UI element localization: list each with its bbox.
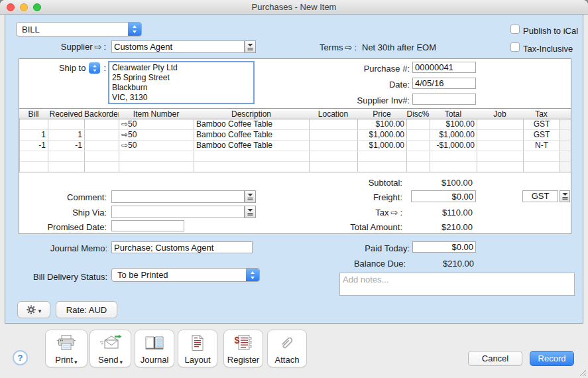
cell-item[interactable]: ⇨50 — [119, 130, 194, 140]
cell-bill[interactable]: 1 — [20, 130, 48, 140]
ship-to-address[interactable]: Clearwater Pty Ltd 25 Spring Street Blac… — [108, 61, 255, 104]
table-row[interactable]: -1-1⇨50Bamboo Coffee Table$1,000.00-$1,0… — [19, 141, 571, 151]
cell-disc[interactable] — [407, 162, 430, 172]
zoom-window-button[interactable] — [33, 3, 41, 11]
cell-job[interactable] — [477, 162, 524, 172]
cell-job[interactable] — [477, 151, 524, 161]
cell-price[interactable]: $100.00 — [358, 119, 407, 129]
publish-ical-checkbox[interactable] — [510, 25, 520, 34]
settings-button[interactable]: ▾ — [17, 301, 50, 318]
help-button[interactable]: ? — [13, 350, 28, 365]
zoom-arrow-icon[interactable]: ⇨ — [345, 43, 352, 52]
tax-inclusive-checkbox[interactable] — [510, 42, 520, 52]
cell-total[interactable] — [430, 162, 477, 172]
comment-list-button[interactable] — [245, 190, 256, 203]
print-button[interactable]: Print▾ — [45, 330, 88, 367]
journal-button[interactable]: Journal — [135, 330, 174, 367]
comment-input[interactable] — [111, 190, 245, 203]
ship-via-input[interactable] — [111, 206, 245, 218]
cell-description[interactable]: Bamboo Coffee Table — [194, 130, 310, 140]
table-row[interactable]: 11⇨50Bamboo Coffee Table$1,000.00$1,000.… — [19, 130, 571, 141]
table-row[interactable] — [19, 151, 571, 162]
journal-memo-input[interactable] — [111, 241, 253, 253]
freight-input[interactable] — [411, 190, 476, 202]
cancel-button[interactable]: Cancel — [468, 351, 522, 366]
cell-received[interactable]: 1 — [48, 130, 85, 140]
cell-disc[interactable] — [407, 141, 430, 151]
cell-price[interactable] — [358, 162, 407, 172]
minimize-button[interactable] — [20, 3, 28, 11]
cell-total[interactable]: $1,000.00 — [430, 130, 477, 140]
transaction-type-popup[interactable]: BILL — [16, 22, 142, 36]
layout-button[interactable]: Layout — [178, 330, 217, 367]
record-button[interactable]: Record — [530, 351, 574, 366]
send-button[interactable]: Send▾ — [89, 330, 131, 367]
zoom-arrow-icon[interactable]: ⇨ — [94, 42, 101, 51]
cell-disc[interactable] — [407, 151, 430, 161]
cell-received[interactable] — [48, 119, 85, 129]
cell-total[interactable]: $100.00 — [430, 119, 477, 129]
attach-button[interactable]: Attach — [267, 330, 307, 367]
cell-description[interactable] — [194, 151, 310, 161]
cell-item[interactable]: ⇨50 — [119, 141, 194, 151]
cell-description[interactable]: Bamboo Coffee Table — [194, 141, 310, 151]
cell-tax[interactable] — [524, 151, 560, 161]
cell-backorder[interactable] — [85, 162, 119, 172]
supplier-list-button[interactable] — [245, 40, 256, 53]
notes-input[interactable] — [339, 273, 575, 296]
paid-today-input[interactable] — [412, 241, 476, 253]
cell-item[interactable] — [119, 162, 194, 172]
close-button[interactable] — [7, 3, 15, 11]
cell-location[interactable] — [310, 130, 358, 140]
freight-tax-code[interactable]: GST — [522, 190, 558, 202]
cell-received[interactable] — [48, 151, 85, 161]
cell-disc[interactable] — [407, 130, 430, 140]
cell-bill[interactable] — [20, 151, 48, 161]
cell-received[interactable] — [48, 162, 85, 172]
tax-code-list-button[interactable] — [559, 190, 570, 202]
supplier-inv-input[interactable] — [412, 94, 476, 105]
cell-location[interactable] — [310, 119, 358, 129]
cell-bill[interactable] — [20, 162, 48, 172]
cell-bill[interactable]: -1 — [20, 141, 48, 151]
cell-price[interactable]: $1,000.00 — [358, 130, 407, 140]
cell-tax[interactable]: GST — [524, 119, 560, 129]
rate-button[interactable]: Rate: AUD — [56, 301, 117, 318]
cell-job[interactable] — [477, 130, 524, 140]
cell-backorder[interactable] — [85, 130, 119, 140]
cell-tax[interactable]: N-T — [524, 141, 560, 151]
table-row[interactable]: ⇨50Bamboo Coffee Table$100.00$100.00GST — [19, 119, 571, 130]
ship-via-list-button[interactable] — [245, 206, 256, 218]
cell-disc[interactable] — [407, 119, 430, 129]
cell-job[interactable] — [477, 119, 524, 129]
date-input[interactable] — [412, 78, 476, 89]
cell-backorder[interactable] — [85, 151, 119, 161]
cell-total[interactable] — [430, 151, 477, 161]
cell-item[interactable] — [119, 151, 194, 161]
cell-job[interactable] — [477, 141, 524, 151]
cell-location[interactable] — [310, 162, 358, 172]
cell-description[interactable] — [194, 162, 310, 172]
cell-location[interactable] — [310, 151, 358, 161]
register-button[interactable]: $ Register — [223, 330, 263, 367]
cell-price[interactable] — [358, 151, 407, 161]
cell-item[interactable]: ⇨50 — [119, 119, 194, 129]
promised-date-input[interactable] — [111, 220, 184, 231]
purchase-number-input[interactable] — [412, 62, 476, 73]
cell-backorder[interactable] — [85, 119, 119, 129]
cell-bill[interactable] — [20, 119, 48, 129]
delivery-status-popup[interactable]: To be Printed — [111, 268, 260, 282]
cell-tax[interactable] — [524, 162, 560, 172]
zoom-arrow-icon[interactable]: ⇨ — [390, 208, 398, 217]
cell-tax[interactable]: GST — [524, 130, 560, 140]
cell-received[interactable]: -1 — [48, 141, 85, 151]
cell-description[interactable]: Bamboo Coffee Table — [194, 119, 310, 129]
table-row[interactable] — [19, 162, 571, 172]
cell-price[interactable]: $1,000.00 — [358, 141, 407, 151]
cell-backorder[interactable] — [85, 141, 119, 151]
cell-location[interactable] — [310, 141, 358, 151]
cell-total[interactable]: -$1,000.00 — [430, 141, 477, 151]
resize-grip[interactable] — [577, 367, 587, 377]
ship-to-stepper[interactable] — [89, 62, 100, 74]
supplier-input[interactable] — [111, 40, 245, 53]
